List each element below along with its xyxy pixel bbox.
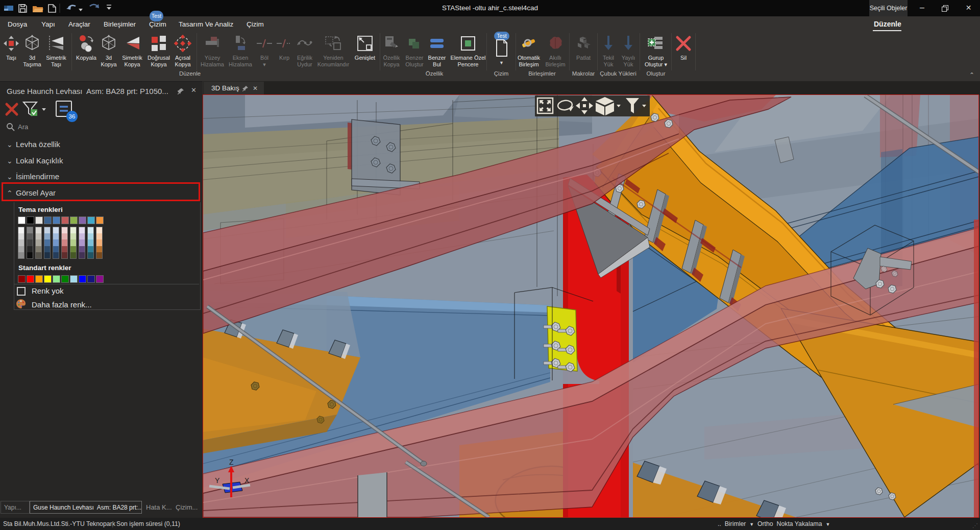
svg-text:Z: Z [229,458,234,466]
svg-text:X: X [244,476,250,485]
svg-text:Y: Y [215,476,220,485]
